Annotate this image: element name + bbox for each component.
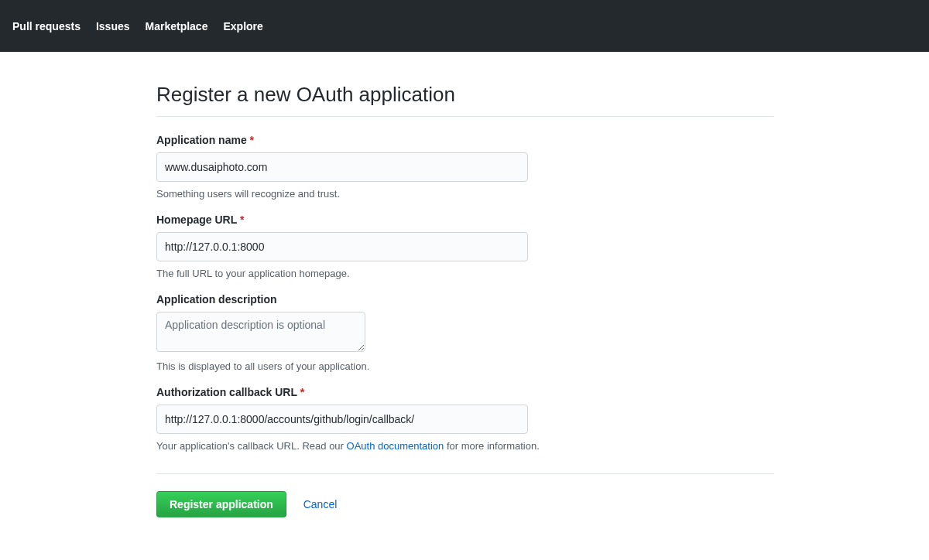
- callback-group: Authorization callback URL * Your applic…: [156, 386, 774, 452]
- app-name-label-text: Application name: [156, 134, 247, 146]
- description-label: Application description: [156, 293, 774, 306]
- description-textarea[interactable]: [156, 312, 365, 352]
- nav-marketplace[interactable]: Marketplace: [138, 20, 216, 32]
- required-mark: *: [300, 386, 304, 398]
- callback-help-suffix: for more information.: [444, 440, 540, 452]
- callback-label: Authorization callback URL *: [156, 386, 774, 398]
- description-group: Application description This is displaye…: [156, 293, 774, 372]
- register-button[interactable]: Register application: [156, 491, 286, 517]
- required-mark: *: [250, 134, 254, 146]
- nav-pull-requests[interactable]: Pull requests: [12, 20, 88, 32]
- main-container: Register a new OAuth application Applica…: [155, 52, 774, 517]
- app-name-group: Application name * Something users will …: [156, 134, 774, 200]
- homepage-input[interactable]: [156, 232, 528, 261]
- callback-help: Your application's callback URL. Read ou…: [156, 440, 774, 452]
- top-nav: Pull requests Issues Marketplace Explore: [0, 0, 929, 52]
- homepage-group: Homepage URL * The full URL to your appl…: [156, 213, 774, 279]
- page-title: Register a new OAuth application: [156, 83, 774, 117]
- app-name-input[interactable]: [156, 152, 528, 182]
- app-name-help: Something users will recognize and trust…: [156, 188, 774, 200]
- required-mark: *: [240, 213, 244, 226]
- homepage-help: The full URL to your application homepag…: [156, 268, 774, 279]
- nav-explore[interactable]: Explore: [215, 20, 270, 32]
- form-actions: Register application Cancel: [156, 473, 774, 517]
- cancel-link[interactable]: Cancel: [303, 498, 338, 510]
- callback-input[interactable]: [156, 405, 528, 434]
- homepage-label-text: Homepage URL: [156, 213, 237, 226]
- homepage-label: Homepage URL *: [156, 213, 774, 226]
- callback-help-prefix: Your application's callback URL. Read ou…: [156, 440, 347, 452]
- oauth-docs-link[interactable]: OAuth documentation: [347, 440, 444, 452]
- nav-issues[interactable]: Issues: [88, 20, 138, 32]
- callback-label-text: Authorization callback URL: [156, 386, 297, 398]
- description-help: This is displayed to all users of your a…: [156, 360, 774, 372]
- app-name-label: Application name *: [156, 134, 774, 146]
